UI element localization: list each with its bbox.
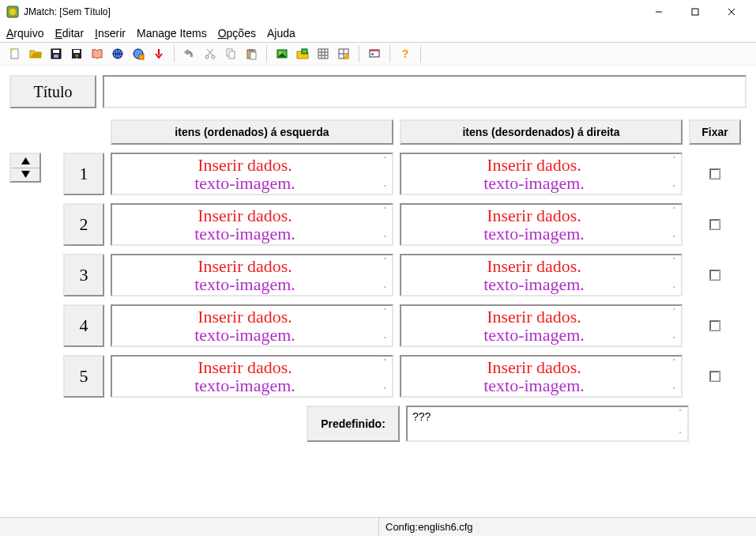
menu-editar[interactable]: Editar (55, 27, 84, 40)
right-item-cell[interactable]: Inserir dados.texto-imagem. ˄˅ (400, 153, 683, 195)
preview-icon[interactable] (365, 44, 384, 63)
left-item-cell[interactable]: Inserir dados.texto-imagem. ˄˅ (111, 254, 393, 296)
row-number-button[interactable]: 4 (63, 304, 104, 347)
save-as-icon[interactable]: ? (67, 44, 86, 63)
scroll-up-icon[interactable]: ˄ (672, 308, 676, 315)
menu-manage-items[interactable]: Manage Items (137, 27, 207, 40)
item-row: 1 Inserir dados.texto-imagem. ˄˅ Inserir… (63, 153, 747, 195)
right-item-cell[interactable]: Inserir dados.texto-imagem. ˄˅ (400, 254, 683, 296)
cell-line1: Inserir dados. (197, 206, 292, 225)
titulo-input[interactable] (103, 75, 747, 108)
maximize-button[interactable] (677, 0, 713, 24)
open-folder-icon[interactable] (26, 44, 45, 63)
paste-icon[interactable] (242, 44, 261, 63)
left-item-cell[interactable]: Inserir dados.texto-imagem. ˄˅ (111, 153, 393, 195)
grid-2-icon[interactable] (334, 44, 353, 63)
predefinido-button[interactable]: Predefinido: (307, 406, 400, 442)
scroll-down-icon[interactable]: ˅ (672, 235, 676, 243)
cell-scrollbar[interactable]: ˄˅ (667, 205, 681, 244)
header-left-items[interactable]: itens (ordenados) á esquerda (111, 119, 393, 145)
scroll-down-icon[interactable]: ˅ (383, 184, 387, 192)
scroll-up-icon[interactable]: ˄ (672, 257, 676, 265)
scroll-down-icon[interactable]: ˅ (672, 285, 676, 293)
titulo-button[interactable]: Título (9, 75, 96, 108)
export-web-2-icon[interactable] (129, 44, 148, 63)
item-row: 3 Inserir dados.texto-imagem. ˄˅ Inserir… (63, 254, 747, 296)
scroll-down-icon[interactable]: ˅ (672, 336, 676, 344)
scroll-up-icon[interactable]: ˄ (383, 206, 387, 214)
grid-1-icon[interactable] (314, 44, 333, 63)
minimize-button[interactable] (641, 0, 677, 24)
svg-rect-30 (318, 49, 328, 59)
row-number-button[interactable]: 2 (63, 203, 104, 246)
help-icon[interactable]: ? (396, 44, 415, 63)
cell-scrollbar[interactable]: ˄˅ (378, 154, 392, 194)
scroll-down-icon[interactable]: ˅ (679, 431, 683, 439)
scroll-up-icon[interactable]: ˄ (672, 156, 676, 164)
row-order-spinner[interactable] (9, 153, 41, 183)
menu-ajuda[interactable]: Ajuda (267, 27, 295, 40)
predefinido-input[interactable]: ??? ˄˅ (406, 406, 689, 442)
menu-inserir[interactable]: Inserir (95, 27, 126, 40)
row-number-button[interactable]: 3 (63, 254, 104, 296)
svg-marker-43 (21, 157, 30, 164)
fix-checkbox[interactable] (709, 168, 720, 179)
header-right-items[interactable]: itens (desordenados) á direita (400, 119, 683, 145)
menu-opcoes[interactable]: Opções (218, 27, 256, 40)
cell-scrollbar[interactable]: ˄˅ (667, 306, 681, 345)
right-item-cell[interactable]: Inserir dados.texto-imagem. ˄˅ (400, 203, 683, 246)
scroll-up-icon[interactable]: ˄ (672, 206, 676, 214)
cell-line2: texto-imagem. (194, 376, 295, 394)
image-folder-icon[interactable] (293, 44, 312, 63)
export-web-1-icon[interactable] (108, 44, 127, 63)
left-item-cell[interactable]: Inserir dados.texto-imagem. ˄˅ (111, 304, 393, 347)
right-item-cell[interactable]: Inserir dados.texto-imagem. ˄˅ (400, 304, 683, 347)
fix-checkbox[interactable] (709, 270, 720, 281)
scroll-down-icon[interactable]: ˅ (383, 285, 387, 293)
cut-icon[interactable] (201, 44, 220, 63)
right-item-cell[interactable]: Inserir dados.texto-imagem. ˄˅ (400, 355, 683, 398)
cell-scrollbar[interactable]: ˄˅ (673, 407, 687, 440)
cell-scrollbar[interactable]: ˄˅ (378, 255, 392, 295)
scroll-down-icon[interactable]: ˅ (383, 336, 387, 344)
cell-scrollbar[interactable]: ˄˅ (667, 154, 681, 194)
header-fixar[interactable]: Fixar (689, 119, 741, 145)
scroll-up-icon[interactable]: ˄ (679, 409, 683, 417)
spinner-down-icon[interactable] (11, 168, 39, 182)
cell-scrollbar[interactable]: ˄˅ (378, 205, 392, 244)
undo-icon[interactable] (180, 44, 199, 63)
scroll-up-icon[interactable]: ˄ (383, 358, 387, 366)
close-button[interactable] (713, 0, 750, 24)
svg-rect-9 (53, 50, 59, 53)
fix-checkbox[interactable] (709, 219, 720, 230)
scroll-up-icon[interactable]: ˄ (672, 358, 676, 366)
fix-checkbox[interactable] (709, 371, 720, 382)
fix-checkbox[interactable] (709, 320, 720, 331)
left-item-cell[interactable]: Inserir dados.texto-imagem. ˄˅ (111, 355, 393, 398)
scroll-up-icon[interactable]: ˄ (383, 257, 387, 265)
image-icon[interactable] (273, 44, 291, 63)
scroll-up-icon[interactable]: ˄ (383, 156, 387, 164)
row-number-button[interactable]: 5 (63, 355, 104, 398)
scroll-down-icon[interactable]: ˅ (383, 387, 387, 394)
red-arrow-down-icon[interactable] (149, 44, 168, 63)
scroll-down-icon[interactable]: ˅ (672, 387, 676, 394)
status-bar: Config:english6.cfg (0, 517, 756, 536)
svg-rect-25 (250, 52, 256, 59)
menu-arquivo[interactable]: Arquivo (6, 27, 43, 40)
cell-scrollbar[interactable]: ˄˅ (378, 306, 392, 345)
row-number-button[interactable]: 1 (63, 153, 104, 195)
cell-scrollbar[interactable]: ˄˅ (378, 357, 392, 396)
cell-line2: texto-imagem. (483, 326, 585, 344)
spinner-up-icon[interactable] (11, 154, 39, 168)
save-icon[interactable] (47, 44, 66, 63)
book-icon[interactable] (88, 44, 107, 63)
left-item-cell[interactable]: Inserir dados.texto-imagem. ˄˅ (111, 203, 393, 246)
scroll-down-icon[interactable]: ˅ (383, 235, 387, 243)
new-file-icon[interactable] (6, 44, 24, 63)
cell-scrollbar[interactable]: ˄˅ (667, 357, 681, 396)
cell-scrollbar[interactable]: ˄˅ (667, 255, 681, 295)
scroll-up-icon[interactable]: ˄ (383, 308, 387, 315)
scroll-down-icon[interactable]: ˅ (672, 184, 676, 192)
copy-icon[interactable] (221, 44, 240, 63)
